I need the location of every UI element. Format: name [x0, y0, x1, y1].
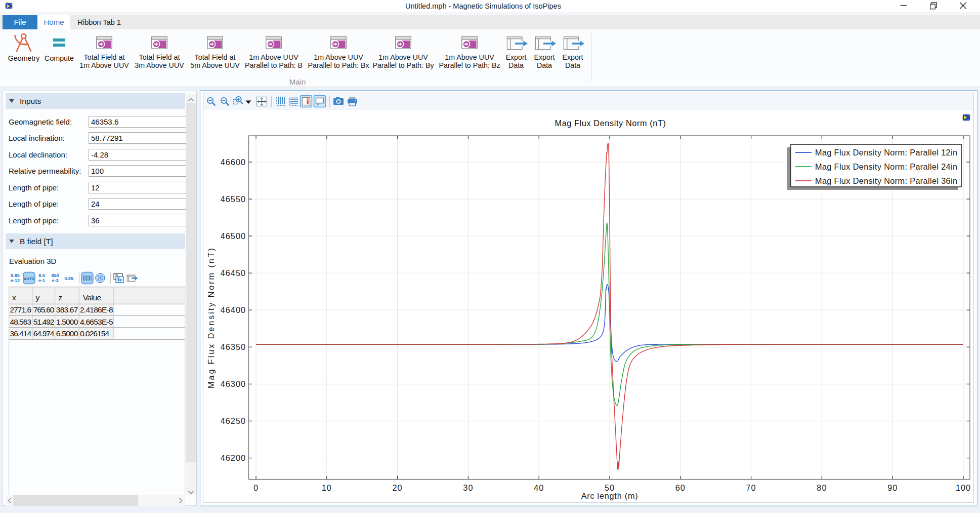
- svg-text:10: 10: [322, 483, 332, 492]
- svg-text:4.6653E-5: 4.6653E-5: [80, 318, 113, 326]
- svg-text:Mag Flux Density Norm (nT): Mag Flux Density Norm (nT): [555, 119, 666, 128]
- svg-text:70: 70: [746, 483, 756, 492]
- svg-text:Value: Value: [83, 293, 101, 302]
- svg-text:48.563: 48.563: [10, 318, 32, 326]
- svg-text:90: 90: [887, 483, 898, 492]
- svg-text:46600: 46600: [221, 157, 246, 167]
- svg-text:e-12: e-12: [11, 278, 20, 283]
- svg-text:0: 0: [253, 483, 259, 492]
- svg-text:40: 40: [534, 483, 544, 492]
- svg-text:AUTO: AUTO: [24, 277, 34, 281]
- svg-text:46250: 46250: [221, 416, 246, 425]
- svg-text:46300: 46300: [221, 379, 246, 388]
- svg-text:e-1: e-1: [38, 278, 45, 283]
- svg-text:36.414: 36.414: [10, 329, 32, 338]
- svg-text:60: 60: [675, 483, 686, 492]
- svg-text:8.5: 8.5: [38, 273, 45, 278]
- svg-text:46350: 46350: [221, 342, 246, 351]
- svg-text:51.492: 51.492: [33, 318, 55, 326]
- svg-text:383.67: 383.67: [56, 305, 78, 314]
- svg-text:64.974: 64.974: [33, 329, 55, 338]
- svg-text:50: 50: [605, 483, 615, 492]
- svg-text:765.60: 765.60: [33, 305, 55, 314]
- svg-text:20: 20: [393, 483, 403, 492]
- svg-text:y: y: [36, 293, 40, 302]
- svg-text:2771.6: 2771.6: [10, 305, 32, 314]
- svg-text:x: x: [12, 293, 16, 302]
- svg-text:80: 80: [817, 483, 827, 492]
- svg-text:46450: 46450: [221, 268, 246, 278]
- svg-text:Mag Flux Density Norm: Paralle: Mag Flux Density Norm: Parallel 24in: [815, 162, 957, 171]
- svg-text:Mag Flux Density Norm: Paralle: Mag Flux Density Norm: Parallel 12in: [815, 148, 957, 157]
- svg-text:z: z: [59, 293, 63, 302]
- svg-text:46200: 46200: [221, 453, 246, 462]
- svg-text:e-3: e-3: [52, 278, 58, 283]
- svg-text:2.4186E-8: 2.4186E-8: [80, 305, 113, 314]
- svg-text:Mag Flux Density Norm: Paralle: Mag Flux Density Norm: Parallel 36in: [815, 176, 957, 185]
- svg-text:Mag Flux Density Norm (nT): Mag Flux Density Norm (nT): [206, 247, 216, 388]
- svg-text:46400: 46400: [221, 305, 246, 314]
- svg-text:100: 100: [956, 483, 971, 492]
- svg-text:6.5000: 6.5000: [56, 329, 78, 338]
- svg-text:30: 30: [463, 483, 473, 492]
- svg-text:1.5000: 1.5000: [56, 318, 78, 326]
- svg-text:Arc length (m): Arc length (m): [581, 491, 638, 500]
- svg-text:0.026154: 0.026154: [80, 329, 109, 338]
- svg-text:46500: 46500: [221, 231, 246, 241]
- svg-text:8.85: 8.85: [11, 273, 20, 278]
- svg-text:0.85: 0.85: [64, 276, 73, 281]
- svg-text:46550: 46550: [221, 194, 246, 204]
- svg-text:850: 850: [51, 273, 59, 278]
